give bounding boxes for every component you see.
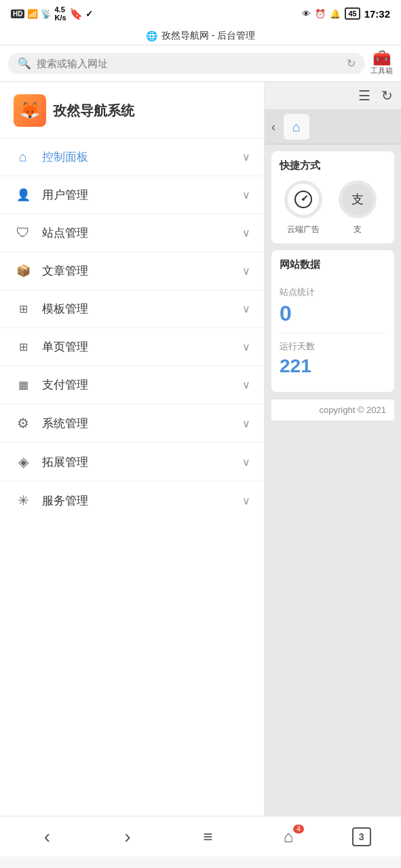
- globe-icon: 🌐: [146, 31, 157, 41]
- right-panel: ☰ ↻ ‹ ⌂ 快捷方式: [265, 82, 401, 816]
- search-icon: 🔍: [18, 57, 31, 70]
- chevron-down-icon: ∨: [242, 189, 250, 201]
- copyright-text: copyright © 2021: [320, 405, 386, 415]
- template-icon: ⊞: [14, 302, 33, 315]
- status-left: HD 📶 📡 4.5K/s 🔖 ✓: [11, 5, 93, 22]
- sidebar-header: 🦊 孜然导航系统: [0, 82, 264, 138]
- tabs-button[interactable]: 3: [352, 827, 371, 846]
- nav-item-system[interactable]: ⚙ 系统管理 ∨: [0, 403, 264, 442]
- nav-item-pages[interactable]: ⊞ 单页管理 ∨: [0, 328, 264, 366]
- extension-icon: ◈: [14, 454, 33, 470]
- panel-home-button[interactable]: ⌂: [284, 114, 309, 140]
- chevron-down-icon: ∨: [242, 378, 250, 391]
- svg-point-2: [302, 198, 305, 201]
- stat-sites-label: 站点统计: [280, 286, 386, 298]
- nav-label-articles: 文章管理: [42, 263, 242, 279]
- nav-item-articles[interactable]: 📦 文章管理 ∨: [0, 252, 264, 290]
- nav-label-users: 用户管理: [42, 187, 242, 203]
- panel-toolbar: ☰ ↻: [265, 82, 401, 110]
- bottom-nav: ‹ › ≡ ⌂ 4 3: [0, 816, 401, 856]
- battery-indicator: 45: [345, 7, 360, 20]
- check-icon: ✓: [85, 9, 93, 19]
- alarm-icon: ⏰: [315, 9, 326, 19]
- nav-item-services[interactable]: ✳ 服务管理 ∨: [0, 481, 264, 519]
- shortcuts-title: 快捷方式: [280, 159, 386, 172]
- nav-item-templates[interactable]: ⊞ 模板管理 ∨: [0, 290, 264, 328]
- home-button[interactable]: ⌂ 4: [271, 827, 305, 846]
- stat-sites: 站点统计 0: [280, 279, 386, 334]
- nav-item-sites[interactable]: 🛡 站点管理 ∨: [0, 214, 264, 252]
- nav-label-extensions: 拓展管理: [42, 454, 242, 470]
- shortcuts-grid: 云端广告 支 支: [280, 180, 386, 235]
- pages-icon: ⊞: [14, 340, 33, 353]
- shortcuts-card: 快捷方式: [271, 151, 394, 243]
- toolbox-button[interactable]: 🧰 工具箱: [370, 51, 393, 76]
- speed-text: 4.5K/s: [54, 5, 66, 22]
- copyright-bar: copyright © 2021: [271, 399, 394, 420]
- panel-back-icon[interactable]: ‹: [271, 120, 275, 134]
- back-button[interactable]: ‹: [30, 826, 64, 848]
- logo-image: 🦊: [14, 94, 46, 127]
- toolbox-icon: 🧰: [373, 51, 391, 66]
- chevron-down-icon: ∨: [242, 302, 250, 315]
- panel-refresh-icon[interactable]: ↻: [381, 87, 393, 104]
- nav-label-services: 服务管理: [42, 493, 242, 509]
- toolbox-label: 工具箱: [370, 66, 393, 76]
- menu-button[interactable]: ≡: [191, 827, 225, 846]
- wifi-icon: 📡: [41, 9, 52, 19]
- main-area: 🦊 孜然导航系统 ⌂ 控制面板 ∨ 👤 用户管理 ∨ 🛡 站点管理 ∨ 📦 文章…: [0, 82, 401, 816]
- nav-label-sites: 站点管理: [42, 225, 242, 241]
- article-icon: 📦: [14, 264, 33, 278]
- status-right: 👁 ⏰ 🔔 45 17:32: [302, 7, 390, 20]
- page-url: 孜然导航网 - 后台管理: [161, 30, 255, 42]
- sidebar: 🦊 孜然导航系统 ⌂ 控制面板 ∨ 👤 用户管理 ∨ 🛡 站点管理 ∨ 📦 文章…: [0, 82, 265, 816]
- chevron-down-icon: ∨: [242, 417, 250, 430]
- chevron-down-icon: ∨: [242, 264, 250, 277]
- browser-bar: 🌐 孜然导航网 - 后台管理: [0, 27, 401, 45]
- menu-lines-icon[interactable]: ☰: [358, 87, 370, 104]
- user-icon: 👤: [14, 188, 33, 202]
- service-icon: ✳: [14, 492, 33, 509]
- pay-icon: 支: [342, 184, 373, 215]
- forward-button[interactable]: ›: [111, 826, 145, 848]
- shortcut-pay[interactable]: 支 支: [334, 180, 381, 235]
- nav-label-templates: 模板管理: [42, 301, 242, 317]
- chevron-down-icon: ∨: [242, 226, 250, 239]
- pay-label: 支: [354, 224, 362, 235]
- stat-days-label: 运行天数: [280, 340, 386, 353]
- search-input-wrap[interactable]: 🔍 ↻: [8, 53, 365, 74]
- refresh-icon[interactable]: ↻: [347, 57, 356, 70]
- chevron-down-icon: ∨: [242, 340, 250, 353]
- nav-item-payment[interactable]: ▦ 支付管理 ∨: [0, 366, 264, 403]
- stats-card: 网站数据 站点统计 0 运行天数 221: [271, 250, 394, 392]
- nav-item-users[interactable]: 👤 用户管理 ∨: [0, 176, 264, 214]
- nav-label-dashboard: 控制面板: [42, 149, 242, 165]
- nav-label-pages: 单页管理: [42, 339, 242, 355]
- bell-icon: 🔔: [330, 9, 341, 19]
- chevron-down-icon: ∨: [242, 151, 250, 163]
- cloud-ad-icon: [288, 184, 319, 215]
- search-bar[interactable]: 🔍 ↻ 🧰 工具箱: [0, 45, 401, 82]
- panel-nav: ‹ ⌂: [265, 110, 401, 144]
- time-display: 17:32: [364, 8, 390, 20]
- home-badge: 4: [293, 825, 304, 833]
- app-title: 孜然导航系统: [53, 102, 134, 120]
- stat-sites-value: 0: [280, 301, 386, 326]
- search-input[interactable]: [37, 58, 341, 69]
- nav-item-extensions[interactable]: ◈ 拓展管理 ∨: [0, 442, 264, 481]
- stat-days-value: 221: [280, 355, 386, 377]
- nav-label-payment: 支付管理: [42, 377, 242, 393]
- shortcut-cloud-ad[interactable]: 云端广告: [280, 180, 327, 235]
- chevron-down-icon: ∨: [242, 494, 250, 507]
- chevron-down-icon: ∨: [242, 456, 250, 469]
- nav-label-system: 系统管理: [42, 416, 242, 431]
- pay-icon-wrap: 支: [339, 180, 377, 218]
- hd-badge: HD: [11, 9, 24, 18]
- tag-icon: 🔖: [69, 7, 83, 20]
- payment-icon: ▦: [14, 378, 33, 391]
- nav-item-dashboard[interactable]: ⌂ 控制面板 ∨: [0, 138, 264, 176]
- stat-days: 运行天数 221: [280, 334, 386, 384]
- dashboard-icon: ⌂: [14, 149, 33, 165]
- settings-icon: ⚙: [14, 415, 33, 431]
- stats-title: 网站数据: [280, 258, 386, 271]
